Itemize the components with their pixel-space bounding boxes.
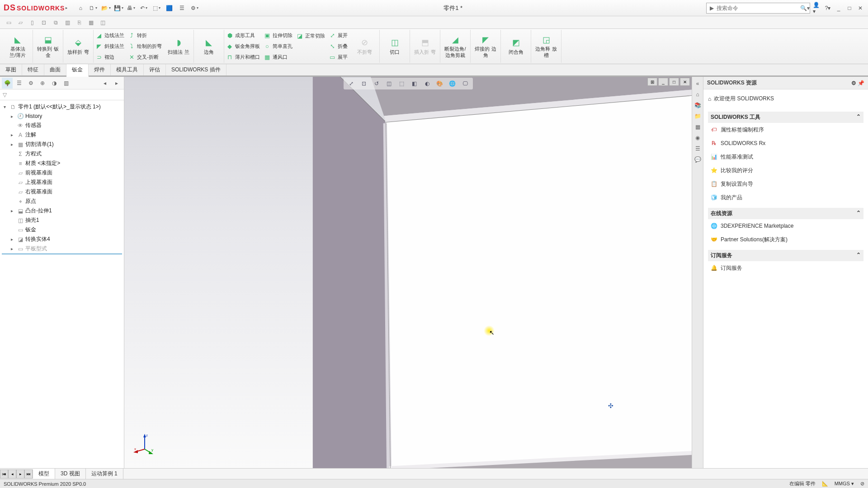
- taskpane-pin-icon[interactable]: 📌: [858, 80, 864, 86]
- viewport-split-icon[interactable]: ⊞: [647, 78, 657, 86]
- bottom-tab-model[interactable]: 模型: [33, 469, 55, 479]
- tp-file-explorer-icon[interactable]: 📁: [693, 111, 703, 121]
- tab-sketch[interactable]: 草图: [0, 64, 22, 75]
- tab-mold-tools[interactable]: 模具工具: [111, 64, 144, 75]
- link-marketplace[interactable]: 🌐3DEXPERIENCE Marketplace: [708, 219, 863, 233]
- base-flange-button[interactable]: ◣基体法 兰/薄片: [5, 33, 30, 59]
- bottom-tab-3dview[interactable]: 3D 视图: [55, 469, 86, 479]
- user-icon[interactable]: 👤▾: [813, 4, 821, 12]
- apply-scene-icon[interactable]: 🌐: [448, 79, 458, 89]
- fm-tab-more-icon[interactable]: ▥: [61, 78, 71, 89]
- fm-tab-tree-icon[interactable]: 🌳: [2, 78, 13, 89]
- simple-hole-button[interactable]: ○简单直孔: [264, 42, 292, 52]
- status-units[interactable]: MMGS ▾: [835, 481, 854, 487]
- search-input[interactable]: [717, 5, 800, 11]
- tree-item-sensors[interactable]: 👁传感器: [2, 121, 122, 130]
- q2-icon-2[interactable]: ▱: [15, 18, 25, 28]
- gusset-button[interactable]: ◆钣金角撑板: [226, 42, 260, 52]
- undo-icon[interactable]: ↶▾: [138, 3, 149, 14]
- fm-prev-icon[interactable]: ◂: [99, 78, 110, 89]
- tree-item-convert-solid4[interactable]: ▸◪转换实体4: [2, 235, 122, 244]
- collapse-taskpane-icon[interactable]: «: [693, 79, 703, 89]
- flatten-button[interactable]: ▭展平: [329, 52, 348, 62]
- tree-item-right-plane[interactable]: ▱右视基准面: [2, 187, 122, 197]
- q2-icon-4[interactable]: ⊡: [39, 18, 49, 28]
- view-settings-icon[interactable]: 🖵: [460, 79, 470, 89]
- section-view-icon[interactable]: ◫: [384, 79, 394, 89]
- fm-tab-config-icon[interactable]: ⚙: [25, 78, 36, 89]
- bt-first-icon[interactable]: ⏮: [0, 469, 8, 479]
- taskpane-gear-icon[interactable]: ⚙: [851, 80, 856, 86]
- bottom-tab-motion[interactable]: 运动算例 1: [86, 469, 123, 479]
- tree-item-sheetmetal[interactable]: ▭钣金: [2, 225, 122, 235]
- rip-button[interactable]: ◫切口: [382, 37, 407, 56]
- gear-icon[interactable]: ⚙▾: [189, 3, 200, 14]
- link-property-tab[interactable]: 🏷属性标签编制程序: [708, 123, 863, 136]
- search-icon[interactable]: 🔍▾: [800, 5, 810, 11]
- corner-relief-button[interactable]: ◲边角释 放槽: [534, 33, 558, 59]
- tab-surfaces[interactable]: 曲面: [44, 64, 66, 75]
- print-icon[interactable]: 🖶▾: [126, 3, 137, 14]
- fm-filter-bar[interactable]: ▽: [0, 89, 124, 100]
- tree-item-equations[interactable]: Σ方程式: [2, 149, 122, 159]
- tree-item-front-plane[interactable]: ▱前视基准面: [2, 168, 122, 178]
- forming-tool-button[interactable]: ⬢成形工具: [226, 31, 260, 41]
- break-corner-button[interactable]: ◢断裂边角/ 边角剪裁: [443, 33, 467, 59]
- fold-button[interactable]: ⤡折叠: [329, 42, 348, 52]
- link-partner-solutions[interactable]: 🤝Partner Solutions(解决方案): [708, 233, 863, 246]
- tab-weldments[interactable]: 焊件: [89, 64, 111, 75]
- link-my-products[interactable]: 🧊我的产品: [708, 191, 863, 204]
- unfold-button[interactable]: ⤢展开: [329, 31, 348, 41]
- zoom-fit-icon[interactable]: ⤢: [346, 79, 356, 89]
- view-orientation-icon[interactable]: ⬚: [397, 79, 407, 89]
- tree-root[interactable]: ▾🗋零件1 (默认<<默认>_显示状态 1>): [2, 102, 122, 112]
- q2-icon-3[interactable]: ▯: [27, 18, 37, 28]
- hide-show-icon[interactable]: ◐: [422, 79, 432, 89]
- link-compare-score[interactable]: ⭐比较我的评分: [708, 164, 863, 177]
- section-subscription[interactable]: 订阅服务⌃: [708, 250, 863, 261]
- extruded-cut-button[interactable]: ▣拉伸切除: [264, 31, 292, 41]
- tp-view-palette-icon[interactable]: ▦: [693, 122, 703, 132]
- q2-icon-5[interactable]: ⧉: [51, 18, 61, 28]
- closed-corner-button[interactable]: ◩闭合角: [504, 37, 528, 56]
- help-icon[interactable]: ?▾: [824, 4, 832, 12]
- tp-appearances-icon[interactable]: ◉: [693, 133, 703, 143]
- viewport-close-button[interactable]: ✕: [680, 78, 690, 86]
- select-icon[interactable]: ⬚▾: [151, 3, 162, 14]
- viewport-max-button[interactable]: □: [669, 78, 679, 86]
- welcome-link[interactable]: ⌂欢迎使用 SOLIDWORKS: [708, 92, 863, 108]
- link-benchmark[interactable]: 📊性能基准测试: [708, 150, 863, 164]
- welded-corner-button[interactable]: ◤焊接的 边角: [473, 33, 498, 59]
- q2-icon-1[interactable]: ▭: [4, 18, 14, 28]
- link-subscription[interactable]: 🔔订阅服务: [708, 261, 863, 275]
- q2-icon-9[interactable]: ◫: [98, 18, 108, 28]
- tp-home-icon[interactable]: ⌂: [693, 89, 703, 99]
- close-button[interactable]: ✕: [856, 4, 864, 12]
- link-copy-settings[interactable]: 📋复制设置向导: [708, 177, 863, 191]
- bt-last-icon[interactable]: ⏭: [24, 469, 33, 479]
- maximize-button[interactable]: □: [845, 4, 854, 12]
- section-online[interactable]: 在线资源⌃: [708, 208, 863, 219]
- tree-item-annotations[interactable]: ▸A注解: [2, 130, 122, 140]
- convert-to-sheetmetal-button[interactable]: ⬓转换到 钣金: [36, 33, 60, 59]
- open-file-icon[interactable]: 📂▾: [100, 3, 111, 14]
- link-rx[interactable]: ℞SOLIDWORKS Rx: [708, 136, 863, 150]
- cross-break-button[interactable]: ✕交叉-折断: [128, 52, 162, 62]
- status-icon-end[interactable]: ⊘: [860, 481, 864, 487]
- tab-evaluate[interactable]: 评估: [144, 64, 166, 75]
- edge-flange-button[interactable]: ◢边线法兰: [95, 31, 124, 41]
- tree-item-history[interactable]: ▸🕘History: [2, 112, 122, 121]
- tree-item-origin[interactable]: ⌖原点: [2, 197, 122, 206]
- tree-item-material[interactable]: ≡材质 <未指定>: [2, 159, 122, 168]
- tree-item-extrude1[interactable]: ▸⬓凸台-拉伸1: [2, 206, 122, 216]
- rebuild-icon[interactable]: 🟦: [164, 3, 175, 14]
- fm-tab-display-icon[interactable]: ◑: [49, 78, 60, 89]
- home-icon[interactable]: ⌂: [75, 3, 86, 14]
- options-list-icon[interactable]: ☰: [176, 3, 187, 14]
- corner-button[interactable]: ◣边角: [197, 37, 221, 56]
- lofted-bend-button[interactable]: ⬙放样折 弯: [66, 37, 90, 56]
- q2-icon-6[interactable]: ▥: [62, 18, 72, 28]
- vent-button[interactable]: ▦通风口: [264, 52, 292, 62]
- q2-icon-7[interactable]: ⎘: [74, 18, 84, 28]
- q2-icon-8[interactable]: ▦: [86, 18, 96, 28]
